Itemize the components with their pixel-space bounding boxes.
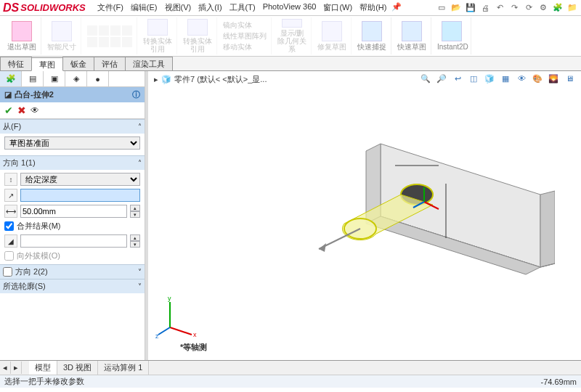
menu-edit[interactable]: 编辑(E) <box>128 1 161 15</box>
ribbon-move[interactable]: 移动实体 <box>223 42 267 52</box>
feature-manager-tab[interactable]: 🧩 <box>0 71 22 86</box>
spline-icon[interactable] <box>87 37 97 47</box>
from-section-header[interactable]: 从(F) ˄ <box>0 119 145 134</box>
pin-icon[interactable]: 📌 <box>391 1 402 12</box>
ribbon-exit-sketch[interactable]: 退出草图 <box>3 17 41 54</box>
contours-section-header[interactable]: 所选轮廓(S) ˅ <box>0 279 145 293</box>
ribbon-mirror[interactable]: 镜向实体 <box>223 20 267 30</box>
draft-icon[interactable]: ◢ <box>4 234 17 248</box>
view-orientation-icon[interactable]: 🧊 <box>484 73 495 84</box>
edit-appearance-icon[interactable]: 🎨 <box>532 73 543 84</box>
draft-angle-input[interactable] <box>20 234 127 248</box>
detailed-preview-icon[interactable]: 👁 <box>31 105 39 115</box>
spin-up-icon[interactable]: ▴ <box>130 234 140 241</box>
settings-icon[interactable]: ⚙ <box>537 2 549 14</box>
ribbon-instant2d[interactable]: Instant2D <box>433 17 471 54</box>
config-manager-tab[interactable]: ▣ <box>44 71 65 86</box>
direction-reference-input[interactable] <box>20 189 140 202</box>
zoom-fit-icon[interactable]: 🔍 <box>420 73 431 84</box>
ribbon-quick-snap[interactable]: 快速捕捉 <box>353 17 391 54</box>
from-condition-select[interactable]: 草图基准面 <box>4 136 140 150</box>
dir1-section-header[interactable]: 方向 1(1) ˄ <box>0 155 145 170</box>
ribbon-offset[interactable]: 转换实体引用 <box>179 17 217 54</box>
ribbon-linear-pattern[interactable]: 线性草图阵列 <box>223 31 267 41</box>
menu-tools[interactable]: 工具(T) <box>227 1 259 15</box>
merge-checkbox-input[interactable] <box>4 221 14 231</box>
previous-view-icon[interactable]: ↩ <box>452 73 463 84</box>
ribbon-sketch-tools[interactable] <box>83 17 137 54</box>
help-icon[interactable]: ⓘ <box>132 89 140 100</box>
print-icon[interactable]: 🖨 <box>479 2 491 14</box>
expand-icon[interactable]: ▸ <box>154 75 158 84</box>
draft-outward-input[interactable] <box>4 251 14 261</box>
flyout-tree[interactable]: ▸ 🧊 零件7 (默认< <默认>_显... <box>154 74 267 85</box>
merge-result-checkbox[interactable]: 合并结果(M) <box>4 221 140 232</box>
new-icon[interactable]: ▭ <box>436 2 447 14</box>
hide-show-icon[interactable]: 👁 <box>516 73 527 84</box>
zoom-area-icon[interactable]: 🔎 <box>436 73 447 84</box>
draft-outward-checkbox[interactable]: 向外拔模(O) <box>4 250 140 261</box>
bottom-tab-model[interactable]: 模型 <box>29 361 57 375</box>
spin-down-icon[interactable]: ▾ <box>130 211 140 218</box>
polygon-icon[interactable] <box>122 37 132 47</box>
depth-input[interactable] <box>20 205 127 218</box>
display-manager-tab[interactable]: ● <box>87 71 109 86</box>
ribbon-smart-dim[interactable]: 智能尺寸 <box>43 17 81 54</box>
draft-spinner[interactable]: ▴ ▾ <box>130 234 140 248</box>
spin-up-icon[interactable]: ▴ <box>130 205 140 211</box>
view-settings-icon[interactable]: 🖥 <box>564 73 575 84</box>
drag-handle-arrow-icon[interactable] <box>319 243 326 252</box>
bottom-tab-3dview[interactable]: 3D 视图 <box>57 361 98 375</box>
slot-icon[interactable] <box>110 37 121 47</box>
arc-icon[interactable] <box>110 25 121 36</box>
display-style-icon[interactable]: ▦ <box>500 73 511 84</box>
end-condition-select[interactable]: 给定深度 <box>20 173 140 186</box>
dir2-enable-checkbox[interactable] <box>3 267 12 277</box>
tab-sketch[interactable]: 草图 <box>31 57 63 71</box>
menu-window[interactable]: 窗口(W) <box>320 1 355 15</box>
bottom-tab-motion[interactable]: 运动算例 1 <box>98 361 149 375</box>
dimxpert-tab[interactable]: ◈ <box>65 71 87 86</box>
ribbon-rapid-sketch[interactable]: 快速草图 <box>393 17 431 54</box>
ribbon-repair[interactable]: 修复草图 <box>313 17 352 54</box>
ribbon-convert[interactable]: 转换实体引用 <box>139 17 177 54</box>
depth-spinner[interactable]: ▴ ▾ <box>130 205 140 218</box>
rebuild-icon[interactable]: ⟳ <box>523 2 535 14</box>
rect-icon[interactable] <box>122 25 132 36</box>
graphics-viewport[interactable]: ▸ 🧊 零件7 (默认< <默认>_显... 🔍 🔎 ↩ ◫ 🧊 ▦ 👁 🎨 🌄… <box>148 71 581 360</box>
menu-file[interactable]: 文件(F) <box>94 1 126 15</box>
redo-icon[interactable]: ↷ <box>508 2 520 14</box>
direction-vector-icon[interactable]: ↗ <box>4 189 17 202</box>
reference-triad[interactable]: x y z <box>155 295 199 338</box>
model-view[interactable] <box>192 100 555 332</box>
apply-scene-icon[interactable]: 🌄 <box>548 73 559 84</box>
tab-evaluate[interactable]: 评估 <box>94 57 126 70</box>
folder-icon[interactable]: 📁 <box>566 2 578 14</box>
reverse-direction-icon[interactable]: ↕ <box>4 173 17 186</box>
menu-insert[interactable]: 插入(I) <box>195 1 224 15</box>
assembly-icon[interactable]: 🧩 <box>552 2 564 14</box>
plate-right-face[interactable] <box>540 191 555 267</box>
open-icon[interactable]: 📂 <box>450 2 462 14</box>
tab-nav-next[interactable]: ▸ <box>11 362 22 374</box>
menu-photoview[interactable]: PhotoView 360 <box>260 1 320 15</box>
depth-icon[interactable]: ⟷ <box>4 205 17 218</box>
undo-icon[interactable]: ↶ <box>494 2 505 14</box>
circle-icon[interactable] <box>99 25 109 36</box>
tab-feature[interactable]: 特征 <box>0 57 32 70</box>
menu-view[interactable]: 视图(V) <box>162 1 195 15</box>
ribbon-display-relations[interactable]: 显示/删除几何关系 <box>273 17 312 54</box>
section-view-icon[interactable]: ◫ <box>468 73 479 84</box>
spin-down-icon[interactable]: ▾ <box>130 241 140 248</box>
line-icon[interactable] <box>87 25 97 36</box>
menu-help[interactable]: 帮助(H) <box>357 1 389 15</box>
tab-sheetmetal[interactable]: 钣金 <box>62 57 94 70</box>
cancel-button[interactable]: ✖ <box>17 105 26 116</box>
save-icon[interactable]: 💾 <box>465 2 476 14</box>
dir2-section-header[interactable]: 方向 2(2) ˅ <box>0 264 145 279</box>
tab-nav-prev[interactable]: ◂ <box>0 362 11 374</box>
property-manager-tab[interactable]: ▤ <box>22 71 44 86</box>
ellipse-icon[interactable] <box>99 37 109 47</box>
tab-render[interactable]: 渲染工具 <box>125 57 173 70</box>
ok-button[interactable]: ✔ <box>4 105 13 116</box>
